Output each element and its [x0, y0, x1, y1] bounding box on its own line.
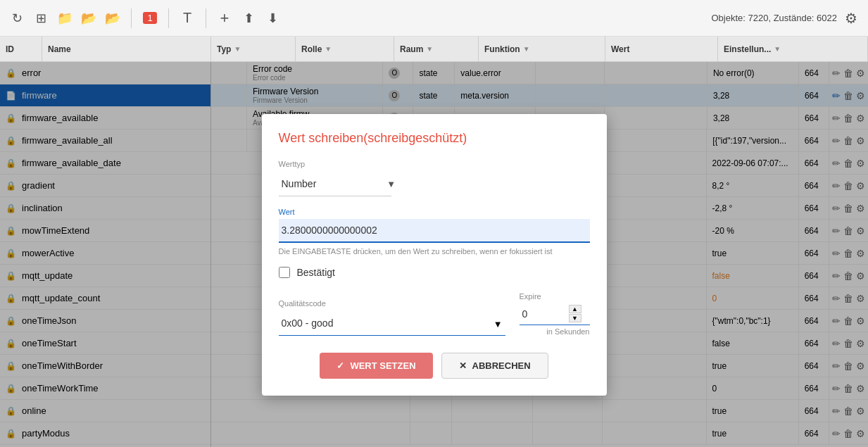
- werttyp-label: Werttyp: [279, 160, 590, 168]
- expire-label: Expire: [520, 292, 590, 301]
- expire-input[interactable]: [520, 303, 569, 325]
- table-header: ID Name Typ ▼ Rolle ▼ Raum ▼ Funktion ▼ …: [0, 37, 868, 62]
- quality-label: Qualitätscode: [279, 299, 505, 308]
- typ-sort-icon: ▼: [234, 45, 241, 53]
- folder-icon[interactable]: 📁: [56, 10, 73, 27]
- write-value-modal: Wert schreiben(schreibgeschützt) Werttyp…: [262, 114, 607, 396]
- wert-setzen-button[interactable]: ✓ WERT SETZEN: [320, 353, 432, 379]
- btn-set-label: WERT SETZEN: [350, 360, 415, 371]
- modal-title-suffix: (schreibgeschützt): [363, 131, 467, 145]
- expire-down-button[interactable]: ▼: [569, 314, 581, 322]
- expire-up-button[interactable]: ▲: [569, 305, 581, 313]
- modal-bottom-row: Qualitätscode 0x00 - good 0x01 - uncerta…: [279, 292, 590, 336]
- funktion-sort-icon: ▼: [523, 45, 530, 53]
- upload-icon[interactable]: ⬆: [240, 10, 257, 27]
- th-funktion[interactable]: Funktion ▼: [479, 37, 605, 61]
- einst-sort-icon: ▼: [774, 45, 781, 53]
- check-icon: ✓: [336, 360, 344, 371]
- top-bar: ↻ ⊞ 📁 📂 📂 1 T + ⬆ ⬇ Objekte: 7220, Zustä…: [0, 0, 868, 37]
- modal-buttons: ✓ WERT SETZEN ✕ ABBRECHEN: [279, 353, 590, 379]
- wert-input[interactable]: [279, 219, 590, 243]
- btn-cancel-label: ABBRECHEN: [472, 360, 531, 371]
- panels-icon[interactable]: ⊞: [32, 10, 49, 27]
- modal-title-text: Wert schreiben: [279, 131, 364, 145]
- wert-label: Wert: [279, 208, 590, 216]
- download-icon[interactable]: ⬇: [264, 10, 281, 27]
- bestaetigt-label: Bestätigt: [297, 267, 335, 278]
- folder-open-icon[interactable]: 📂: [80, 10, 97, 27]
- expire-spinners: ▲ ▼: [569, 305, 581, 322]
- modal-overlay: Wert schreiben(schreibgeschützt) Werttyp…: [0, 62, 868, 447]
- raum-sort-icon: ▼: [426, 45, 433, 53]
- rolle-sort-icon: ▼: [325, 45, 332, 53]
- expire-section: Expire ▲ ▼ in Sekunden: [520, 292, 590, 336]
- status-info: Objekte: 7220, Zustände: 6022 ⚙: [711, 10, 860, 27]
- modal-title: Wert schreiben(schreibgeschützt): [279, 131, 590, 146]
- quality-select[interactable]: 0x00 - good 0x01 - uncertain 0x02 - bad: [279, 312, 505, 336]
- th-name: Name: [42, 37, 211, 61]
- quality-select-container: 0x00 - good 0x01 - uncertain 0x02 - bad …: [279, 312, 505, 336]
- settings-icon[interactable]: ⚙: [843, 10, 860, 27]
- th-typ[interactable]: Typ ▼: [211, 37, 296, 61]
- x-icon: ✕: [459, 360, 467, 371]
- modal-hint: Die EINGABETASTE drücken, um den Wert zu…: [279, 247, 590, 256]
- th-raum[interactable]: Raum ▼: [394, 37, 479, 61]
- abbrechen-button[interactable]: ✕ ABBRECHEN: [441, 353, 548, 379]
- expire-input-row: ▲ ▼: [520, 303, 590, 325]
- th-rolle[interactable]: Rolle ▼: [296, 37, 394, 61]
- quality-section: Qualitätscode 0x00 - good 0x01 - uncerta…: [279, 299, 505, 336]
- status-text: Objekte: 7220, Zustände: 6022: [711, 13, 837, 23]
- main-area: 🔒 error 📄 firmware 🔒 firmware_available …: [0, 62, 868, 447]
- text-format-icon[interactable]: T: [179, 10, 196, 27]
- bestaetigt-checkbox[interactable]: [279, 267, 290, 278]
- folder-add-icon[interactable]: 📂: [104, 10, 121, 27]
- type-select[interactable]: Number String Boolean: [279, 172, 391, 196]
- th-id: ID: [0, 37, 42, 61]
- th-einstellung[interactable]: Einstellun... ▼: [718, 37, 868, 61]
- expire-seconds-label: in Sekunden: [520, 327, 590, 336]
- refresh-icon[interactable]: ↻: [8, 10, 25, 27]
- th-wert: Wert: [605, 37, 718, 61]
- badge-icon[interactable]: 1: [141, 10, 158, 27]
- type-select-container: Number String Boolean ▼: [279, 172, 590, 196]
- add-icon[interactable]: +: [216, 10, 233, 27]
- bestaetigt-row: Bestätigt: [279, 267, 590, 278]
